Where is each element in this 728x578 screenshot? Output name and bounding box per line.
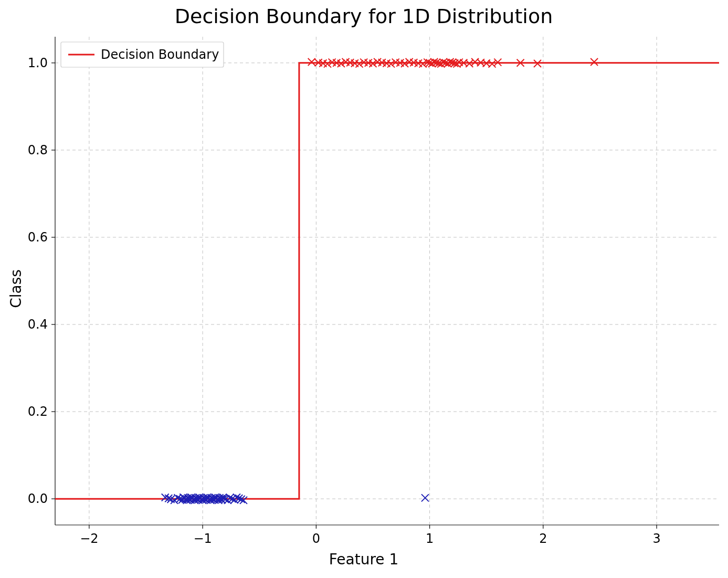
y-tick-label: 0.6 (28, 230, 48, 245)
plot-area: −2−101230.00.20.40.60.81.0 (28, 37, 719, 546)
y-axis-label: Class (7, 269, 25, 308)
data-point (308, 58, 315, 66)
x-tick-label: 3 (652, 531, 660, 546)
x-tick-label: 0 (312, 531, 320, 546)
x-tick-label: 2 (539, 531, 547, 546)
legend: Decision Boundary (61, 42, 224, 67)
y-tick-label: 1.0 (28, 56, 48, 70)
data-point (489, 60, 496, 68)
data-point (590, 58, 598, 66)
data-point (421, 494, 429, 501)
legend-entry-label: Decision Boundary (101, 47, 219, 62)
x-tick-label: 1 (426, 531, 434, 546)
chart-svg: Decision Boundary for 1D Distribution −2… (0, 0, 728, 578)
chart-title: Decision Boundary for 1D Distribution (175, 5, 553, 28)
chart-container: Decision Boundary for 1D Distribution −2… (0, 0, 728, 578)
x-tick-label: −1 (193, 531, 212, 546)
y-tick-label: 0.0 (28, 491, 48, 506)
y-tick-label: 0.2 (28, 404, 48, 419)
y-tick-label: 0.4 (28, 317, 48, 332)
x-tick-label: −2 (80, 531, 98, 546)
decision-boundary-line (55, 63, 719, 499)
y-tick-label: 0.8 (28, 143, 48, 157)
x-axis-label: Feature 1 (329, 551, 399, 568)
